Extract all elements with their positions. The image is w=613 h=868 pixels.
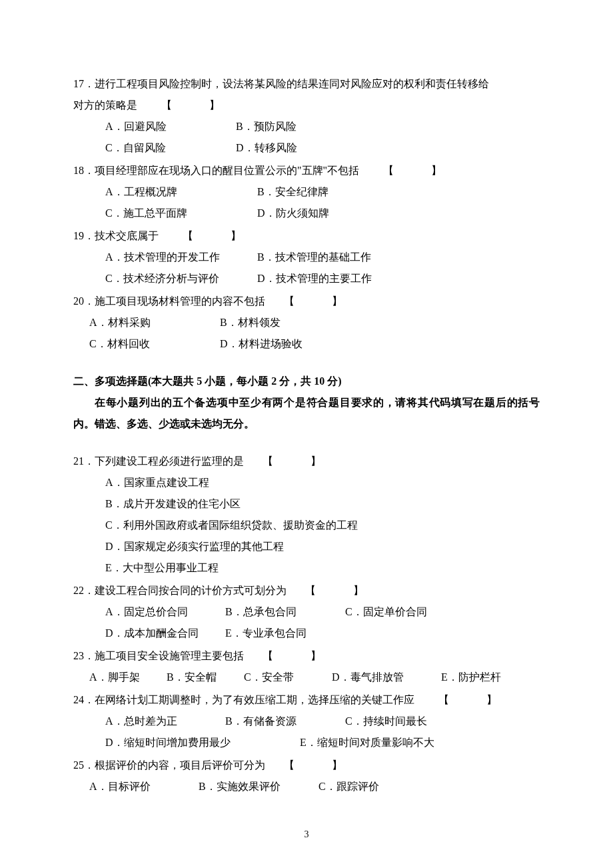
option-b: B．成片开发建设的住宅小区 [105, 493, 540, 515]
option-d: D．国家规定必须实行监理的其他工程 [105, 536, 540, 557]
q23-stem: 23．施工项目安全设施管理主要包括 【 】 [73, 645, 540, 667]
option-a: A．固定总价合同 [105, 601, 223, 623]
option-b: B．技术管理的基础工作 [257, 251, 371, 263]
answer-bracket[interactable]: 【 】 [263, 650, 326, 661]
question-17: 17．进行工程项目风险控制时，设法将某风险的结果连同对风险应对的权利和责任转移给… [73, 73, 540, 159]
option-row: C．技术经济分析与评价 D．技术管理的主要工作 [105, 268, 540, 289]
question-20: 20．施工项目现场材料管理的内容不包括 【 】 A．材料采购 B．材料领发 C．… [73, 291, 540, 355]
answer-bracket[interactable]: 【 】 [305, 585, 369, 596]
option-b: B．材料领发 [220, 317, 281, 328]
option-c: C．安全带 [244, 667, 329, 688]
q25-stem: 25．根据评价的内容，项目后评价可分为 【 】 [73, 755, 540, 776]
q20-stem: 20．施工项目现场材料管理的内容不包括 【 】 [73, 291, 540, 312]
option-d: D．转移风险 [236, 142, 297, 153]
option-row: C．材料回收 D．材料进场验收 [89, 333, 540, 355]
q21-stem-text: 21．下列建设工程必须进行监理的是 [73, 455, 244, 467]
option-e: E．专业承包合同 [225, 623, 342, 644]
q17-options: A．回避风险 B．预防风险 C．自留风险 D．转移风险 [73, 116, 540, 159]
option-b: B．有储备资源 [225, 711, 342, 732]
option-c: C．技术经济分析与评价 [105, 268, 255, 289]
option-a: A．脚手架 [89, 667, 164, 688]
option-c: C．利用外国政府或者国际组织贷款、援助资金的工程 [105, 515, 540, 536]
q17-stem-line2: 对方的策略是 【 】 [73, 95, 540, 116]
option-row: A．技术管理的开发工作 B．技术管理的基础工作 [105, 247, 540, 268]
option-row: A．材料采购 B．材料领发 [89, 312, 540, 333]
option-c: C．跟踪评价 [318, 781, 379, 792]
option-row: A．回避风险 B．预防风险 [105, 116, 540, 137]
question-21: 21．下列建设工程必须进行监理的是 【 】 A．国家重点建设工程 B．成片开发建… [73, 451, 540, 579]
option-e: E．缩短时间对质量影响不大 [300, 737, 434, 748]
q23-options: A．脚手架 B．安全帽 C．安全带 D．毒气排放管 E．防护栏杆 [73, 667, 540, 688]
question-22: 22．建设工程合同按合同的计价方式可划分为 【 】 A．固定总价合同 B．总承包… [73, 580, 540, 644]
option-b: B．安全帽 [167, 667, 241, 688]
answer-bracket[interactable]: 【 】 [284, 759, 348, 771]
option-row: A．固定总价合同 B．总承包合同 C．固定单价合同 [105, 601, 540, 623]
option-d: D．缩短时间增加费用最少 [105, 732, 297, 753]
answer-bracket[interactable]: 【 】 [383, 165, 447, 176]
q22-stem: 22．建设工程合同按合同的计价方式可划分为 【 】 [73, 580, 540, 601]
q24-options: A．总时差为正 B．有储备资源 C．持续时间最长 D．缩短时间增加费用最少 E．… [73, 711, 540, 753]
answer-bracket[interactable]: 【 】 [161, 99, 225, 111]
option-d: D．毒气排放管 [332, 667, 438, 688]
answer-bracket[interactable]: 【 】 [263, 455, 326, 467]
option-d: D．技术管理的主要工作 [257, 273, 372, 284]
q22-stem-text: 22．建设工程合同按合同的计价方式可划分为 [73, 585, 287, 596]
option-c: C．自留风险 [105, 137, 233, 159]
option-a: A．材料采购 [89, 312, 217, 333]
q20-options: A．材料采购 B．材料领发 C．材料回收 D．材料进场验收 [73, 312, 540, 355]
q24-stem: 24．在网络计划工期调整时，为了有效压缩工期，选择压缩的关键工作应 【 】 [73, 689, 540, 711]
answer-bracket[interactable]: 【 】 [183, 230, 247, 241]
option-d: D．材料进场验收 [220, 338, 303, 349]
option-row: C．自留风险 D．转移风险 [105, 137, 540, 159]
q19-stem: 19．技术交底属于 【 】 [73, 225, 540, 247]
q22-options: A．固定总价合同 B．总承包合同 C．固定单价合同 D．成本加酬金合同 E．专业… [73, 601, 540, 644]
option-row: A．总时差为正 B．有储备资源 C．持续时间最长 [105, 711, 540, 732]
q18-options: A．工程概况牌 B．安全纪律牌 C．施工总平面牌 D．防火须知牌 [73, 181, 540, 224]
option-c: C．材料回收 [89, 333, 217, 355]
answer-bracket[interactable]: 【 】 [284, 295, 348, 307]
q19-stem-text: 19．技术交底属于 [73, 230, 159, 241]
q23-stem-text: 23．施工项目安全设施管理主要包括 [73, 650, 244, 661]
q18-stem-text: 18．项目经理部应在现场入口的醒目位置公示的"五牌"不包括 [73, 165, 359, 176]
section-2-title: 二、多项选择题(本大题共 5 小题，每小题 2 分，共 10 分) [73, 371, 540, 392]
page-number: 3 [73, 825, 540, 844]
q25-options: A．目标评价 B．实施效果评价 C．跟踪评价 [73, 776, 540, 797]
option-c: C．持续时间最长 [345, 711, 427, 732]
option-d: D．防火须知牌 [257, 207, 329, 219]
option-b: B．总承包合同 [225, 601, 342, 623]
option-b: B．预防风险 [236, 121, 297, 132]
option-a: A．技术管理的开发工作 [105, 247, 255, 268]
option-a: A．国家重点建设工程 [105, 472, 540, 493]
question-23: 23．施工项目安全设施管理主要包括 【 】 A．脚手架 B．安全帽 C．安全带 … [73, 645, 540, 688]
q21-stem: 21．下列建设工程必须进行监理的是 【 】 [73, 451, 540, 472]
option-d: D．成本加酬金合同 [105, 623, 223, 644]
option-e: E．防护栏杆 [441, 667, 501, 688]
q25-stem-text: 25．根据评价的内容，项目后评价可分为 [73, 759, 265, 771]
q20-stem-text: 20．施工项目现场材料管理的内容不包括 [73, 295, 265, 307]
q17-stem-line1: 17．进行工程项目风险控制时，设法将某风险的结果连同对风险应对的权利和责任转移给 [73, 73, 540, 95]
option-a: A．目标评价 [89, 776, 196, 797]
question-19: 19．技术交底属于 【 】 A．技术管理的开发工作 B．技术管理的基础工作 C．… [73, 225, 540, 289]
option-a: A．工程概况牌 [105, 181, 255, 203]
option-e: E．大中型公用事业工程 [105, 557, 540, 579]
option-row: D．成本加酬金合同 E．专业承包合同 [105, 623, 540, 644]
question-24: 24．在网络计划工期调整时，为了有效压缩工期，选择压缩的关键工作应 【 】 A．… [73, 689, 540, 753]
q21-options: A．国家重点建设工程 B．成片开发建设的住宅小区 C．利用外国政府或者国际组织贷… [73, 472, 540, 579]
option-row: D．缩短时间增加费用最少 E．缩短时间对质量影响不大 [105, 732, 540, 753]
question-18: 18．项目经理部应在现场入口的醒目位置公示的"五牌"不包括 【 】 A．工程概况… [73, 160, 540, 224]
q19-options: A．技术管理的开发工作 B．技术管理的基础工作 C．技术经济分析与评价 D．技术… [73, 247, 540, 289]
option-b: B．实施效果评价 [199, 776, 316, 797]
option-a: A．总时差为正 [105, 711, 223, 732]
q17-stem-text: 对方的策略是 [73, 99, 137, 111]
option-a: A．回避风险 [105, 116, 233, 137]
question-25: 25．根据评价的内容，项目后评价可分为 【 】 A．目标评价 B．实施效果评价 … [73, 755, 540, 797]
option-row: C．施工总平面牌 D．防火须知牌 [105, 203, 540, 224]
q18-stem: 18．项目经理部应在现场入口的醒目位置公示的"五牌"不包括 【 】 [73, 160, 540, 181]
answer-bracket[interactable]: 【 】 [438, 694, 502, 705]
option-c: C．施工总平面牌 [105, 203, 255, 224]
section-2-instructions: 在每小题列出的五个备选项中至少有两个是符合题目要求的，请将其代码填写在题后的括号… [73, 392, 540, 435]
option-c: C．固定单价合同 [345, 601, 427, 623]
option-row: A．工程概况牌 B．安全纪律牌 [105, 181, 540, 203]
q24-stem-text: 24．在网络计划工期调整时，为了有效压缩工期，选择压缩的关键工作应 [73, 694, 414, 705]
option-b: B．安全纪律牌 [257, 186, 328, 197]
